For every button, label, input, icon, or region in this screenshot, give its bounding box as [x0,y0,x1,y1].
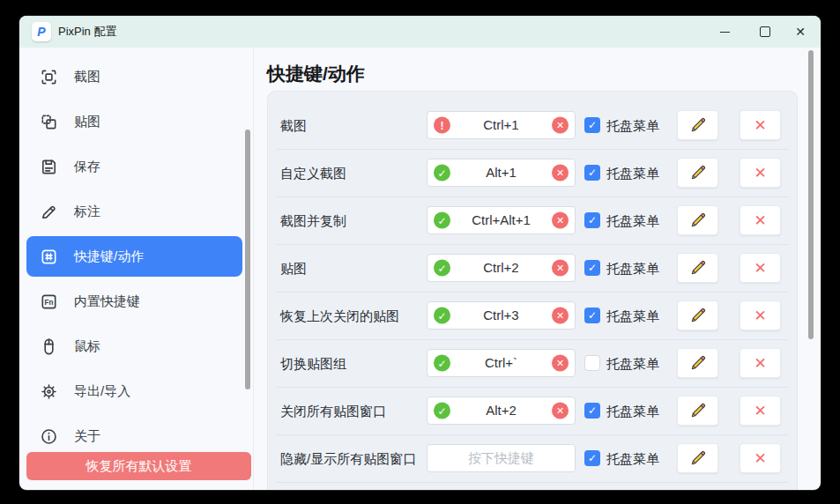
shortcut-input[interactable]: ✓ Alt+2 ✕ [427,397,576,425]
shortcut-row-label: 隐藏/显示所有贴图窗口 [280,450,416,467]
clear-shortcut-icon[interactable]: ✕ [552,212,569,229]
mouse-icon [39,337,59,357]
edit-shortcut-button[interactable] [677,205,718,235]
page-title: 快捷键/动作 [267,62,365,86]
delete-shortcut-button[interactable]: ✕ [740,205,781,235]
ok-icon: ✓ [434,260,450,277]
tray-menu-checkbox[interactable]: ✓ [584,260,600,276]
tray-menu-checkbox[interactable]: ✓ [584,165,600,181]
shortcut-row: 隐藏/显示所有贴图窗口 按下快捷键 ✓ 托盘菜单 ✕ [277,435,788,483]
edit-shortcut-button[interactable] [677,253,718,283]
sidebar-item-hotkeys-actions[interactable]: 快捷键/动作 [26,236,242,277]
shortcut-row: 关闭所有贴图窗口 ✓ Alt+2 ✕ ✓ 托盘菜单 ✕ [277,388,788,435]
hotkeys-actions-icon [39,247,59,267]
delete-shortcut-button[interactable]: ✕ [740,110,781,140]
edit-shortcut-button[interactable] [677,396,718,426]
delete-shortcut-button[interactable]: ✕ [740,253,781,283]
tray-menu-checkbox[interactable]: ✓ [584,450,600,466]
tray-menu-checkbox[interactable] [584,355,600,371]
sidebar-item-pin-image[interactable]: 贴图 [26,101,242,142]
ok-icon: ✓ [434,355,450,372]
titlebar: P PixPin 配置 ✕ [19,16,821,48]
clear-shortcut-icon[interactable]: ✕ [552,165,569,182]
screen-background: P PixPin 配置 ✕ 截图 贴图 保存 标注 快捷键/动作 [0,0,840,504]
sidebar-item-export-import[interactable]: 导出/导入 [26,371,242,411]
shortcut-input[interactable]: ! Ctrl+1 ✕ [427,111,576,139]
shortcut-row: 自定义截图 ✓ Alt+1 ✕ ✓ 托盘菜单 ✕ [277,150,788,197]
ok-icon: ✓ [434,308,450,324]
delete-shortcut-button[interactable]: ✕ [740,348,781,378]
pin-image-icon [39,112,59,132]
sidebar-item-save[interactable]: 保存 [26,146,242,187]
close-button[interactable]: ✕ [781,16,820,48]
maximize-button[interactable] [746,16,784,48]
shortcut-row-label: 自定义截图 [280,165,346,182]
sidebar-item-label: 快捷键/动作 [74,248,144,265]
builtin-hotkeys-icon: Fn [39,292,59,312]
delete-x-icon: ✕ [754,356,766,371]
clear-shortcut-icon[interactable]: ✕ [552,403,569,419]
error-icon: ! [434,117,450,134]
sidebar-item-annotate[interactable]: 标注 [26,191,242,232]
edit-shortcut-button[interactable] [677,300,718,330]
content-scrollbar[interactable] [808,50,814,339]
sidebar-item-label: 关于 [74,428,100,445]
tray-menu-label: 托盘菜单 [606,450,659,467]
delete-x-icon: ✕ [754,308,766,323]
sidebar-scrollbar[interactable] [245,130,250,389]
pencil-icon [689,259,707,277]
icon-slot [39,67,59,87]
gear-icon [39,382,59,402]
shortcut-input[interactable]: ✓ Alt+1 ✕ [427,159,576,187]
shortcut-text: Ctrl+2 [450,255,552,281]
tray-menu-label: 托盘菜单 [606,165,659,182]
shortcut-input[interactable]: ✓ Ctrl+Alt+1 ✕ [427,206,576,234]
delete-shortcut-button[interactable]: ✕ [740,300,781,330]
sidebar-item-about[interactable]: 关于 [26,416,242,456]
clear-shortcut-icon[interactable]: ✕ [552,117,569,134]
clear-shortcut-icon[interactable]: ✕ [552,308,569,324]
shortcut-row-label: 截图并复制 [280,212,346,229]
edit-shortcut-button[interactable] [677,110,718,140]
delete-x-icon: ✕ [754,261,766,276]
delete-shortcut-button[interactable]: ✕ [740,396,781,426]
shortcut-row-label: 关闭所有贴图窗口 [280,403,386,419]
sidebar-item-mouse[interactable]: 鼠标 [26,326,242,367]
shortcut-text: Ctrl+Alt+1 [450,207,552,233]
sidebar-item-builtin-hotkeys[interactable]: Fn 内置快捷键 [26,281,242,322]
shortcut-input[interactable]: 按下快捷键 [427,444,576,472]
tray-menu-label: 托盘菜单 [606,308,659,324]
shortcut-text: 按下快捷键 [436,445,566,471]
shortcut-row: 恢复上次关闭的贴图 ✓ Ctrl+3 ✕ ✓ 托盘菜单 ✕ [277,293,788,340]
edit-shortcut-button[interactable] [677,158,718,188]
sidebar-item-screenshot[interactable]: 截图 [26,56,242,97]
tray-menu-checkbox[interactable]: ✓ [584,403,600,419]
reset-defaults-button[interactable]: 恢复所有默认设置 [26,452,251,480]
delete-shortcut-button[interactable]: ✕ [740,158,781,188]
sidebar-item-label: 贴图 [74,114,100,130]
delete-shortcut-button[interactable]: ✕ [740,443,781,473]
tray-menu-checkbox[interactable]: ✓ [584,308,600,323]
minimize-button[interactable] [705,16,744,48]
tray-menu-checkbox[interactable]: ✓ [584,212,600,228]
tray-menu-checkbox[interactable]: ✓ [584,117,600,133]
icon-slot [39,337,59,357]
icon-slot: Fn [39,292,59,312]
clear-shortcut-icon[interactable]: ✕ [552,260,569,277]
sidebar-item-label: 导出/导入 [74,383,130,400]
clear-shortcut-icon[interactable]: ✕ [552,355,569,372]
edit-shortcut-button[interactable] [677,443,718,473]
sidebar-divider [253,48,254,490]
ok-icon: ✓ [434,165,450,182]
shortcut-text: Alt+2 [450,397,552,424]
edit-shortcut-button[interactable] [677,348,718,378]
tray-menu-label: 托盘菜单 [606,212,659,229]
pencil-icon [689,211,707,229]
delete-x-icon: ✕ [754,213,766,228]
shortcut-input[interactable]: ✓ Ctrl+` ✕ [427,349,576,377]
shortcut-input[interactable]: ✓ Ctrl+2 ✕ [427,254,576,282]
shortcut-row-label: 截图 [280,117,307,134]
pixpin-logo: P [32,22,51,41]
svg-text:Fn: Fn [45,298,54,306]
shortcut-input[interactable]: ✓ Ctrl+3 ✕ [427,301,576,330]
